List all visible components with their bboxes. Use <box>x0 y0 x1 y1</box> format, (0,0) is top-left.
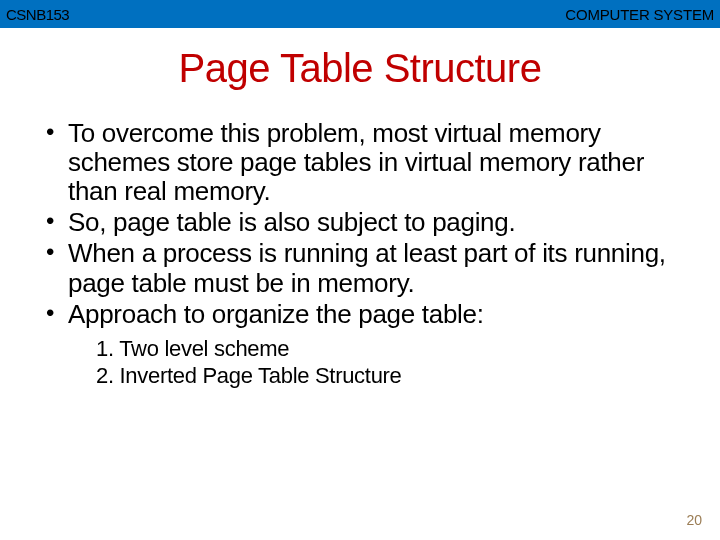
header-bar: CSNB153 COMPUTER SYSTEM <box>0 0 720 28</box>
list-item: So, page table is also subject to paging… <box>40 208 680 237</box>
course-title: COMPUTER SYSTEM <box>565 6 714 23</box>
slide: CSNB153 COMPUTER SYSTEM Page Table Struc… <box>0 0 720 540</box>
course-code: CSNB153 <box>6 6 69 23</box>
list-item: Approach to organize the page table: <box>40 300 680 329</box>
list-item: 1. Two level scheme <box>96 335 680 363</box>
numbered-list: 1. Two level scheme 2. Inverted Page Tab… <box>40 335 680 390</box>
list-item: When a process is running at least part … <box>40 239 680 297</box>
page-number: 20 <box>686 512 702 528</box>
page-title: Page Table Structure <box>0 46 720 91</box>
list-item: To overcome this problem, most virtual m… <box>40 119 680 206</box>
slide-body: To overcome this problem, most virtual m… <box>0 91 720 390</box>
list-item: 2. Inverted Page Table Structure <box>96 362 680 390</box>
bullet-list: To overcome this problem, most virtual m… <box>40 119 680 329</box>
